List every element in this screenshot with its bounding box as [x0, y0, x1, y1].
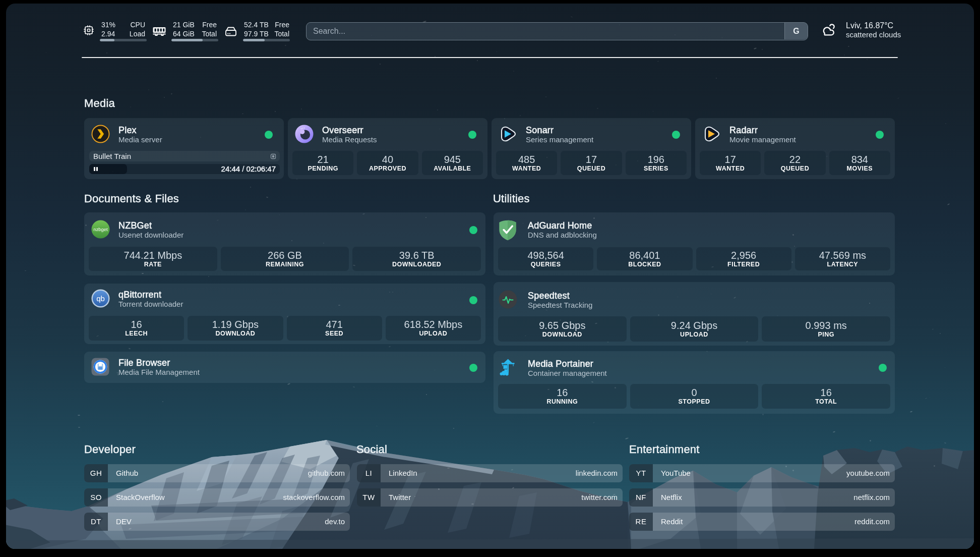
svg-text:nzbget: nzbget: [93, 227, 108, 232]
svg-text:qb: qb: [96, 294, 105, 303]
